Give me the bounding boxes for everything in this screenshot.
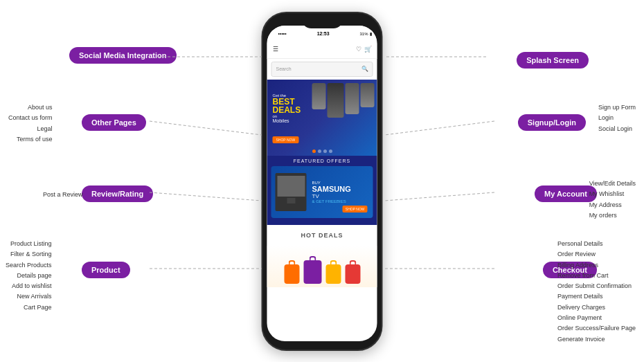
pill-social-media: Social Media Integration [69, 47, 177, 64]
bag-1 [284, 264, 299, 284]
myaccount-list: View/Edit Details My Whishlist My Addres… [589, 179, 636, 221]
checkout-personal: Personal Details [557, 239, 636, 249]
battery-indicator: 31% ▮ [359, 31, 371, 36]
pill-review-label: Review/Rating [91, 190, 143, 198]
shop-now-button[interactable]: SHOP NOW [273, 136, 299, 143]
phone-image-2 [328, 83, 344, 118]
bag-handle-3 [330, 260, 337, 264]
product-list: Product Listing Filter & Sorting Search … [6, 239, 52, 313]
pill-review-rating: Review/Rating [82, 185, 153, 202]
wishlist-icon[interactable]: ♡ [356, 46, 361, 53]
other-pages-contact: Contact us form [8, 113, 53, 123]
other-pages-terms: Terms of use [8, 134, 53, 145]
bag-2 [303, 260, 321, 284]
app-header: ☰ ♡ 🛒 [267, 41, 377, 59]
pill-signup-label: Signup/Login [528, 118, 576, 127]
phone-notch [301, 13, 343, 28]
product-new-arrivals: New Arrivals [6, 291, 52, 302]
samsung-text: BUY SAMSUNG TV & GET FREEBIES [312, 181, 351, 203]
signup-list: Sign up Form Login Social Login [598, 102, 636, 134]
pill-my-account-label: My Account [544, 190, 587, 198]
product-filter: Filter & Sorting [6, 249, 52, 260]
tv-screen [277, 176, 305, 197]
bag-handle-2 [309, 256, 316, 260]
search-placeholder-text: Search [276, 66, 361, 71]
phone-screen: ••••• 12:53 31% ▮ ☰ ♡ 🛒 Search 🔍 [267, 26, 377, 341]
banner-carousel: Get the BEST DEALS on Mobiles SHOP NOW [267, 80, 377, 156]
banner-text: Get the BEST DEALS on Mobiles [273, 93, 301, 123]
checkout-success-fail: Order Success/Failure Page [557, 323, 636, 334]
bag-handle-1 [288, 260, 295, 264]
other-pages-list: About us Contact us form Legal Terms of … [8, 102, 53, 145]
pill-signup-login: Signup/Login [518, 114, 586, 131]
hot-deals-section: HOT DEALS [267, 225, 377, 287]
dot-2[interactable] [318, 150, 321, 153]
signup-login: Login [598, 113, 636, 123]
myaccount-address: My Address [589, 200, 636, 210]
signup-social: Social Login [598, 124, 636, 134]
signup-form: Sign up Form [598, 102, 636, 113]
checkout-online-pay: Online Payment [557, 313, 636, 323]
review-list: Post a Review [43, 190, 83, 200]
dot-1[interactable] [312, 150, 316, 153]
pill-product: Product [82, 262, 130, 278]
product-wishlist: Add to wishlist [6, 281, 52, 291]
checkout-delivery: Delivery Charges [557, 302, 636, 313]
other-pages-about: About us [8, 102, 53, 113]
signal-indicator: ••••• [278, 31, 287, 36]
pill-other-pages: Other Pages [82, 114, 146, 131]
other-pages-legal: Legal [8, 124, 53, 134]
checkout-remove-cart: Remove from Cart [557, 271, 636, 281]
phone-mockup: ••••• 12:53 31% ▮ ☰ ♡ 🛒 Search 🔍 [262, 12, 383, 351]
pill-other-pages-label: Other Pages [91, 118, 136, 127]
pill-splash-screen: Splash Screen [517, 52, 589, 69]
phone-image-3 [346, 83, 359, 114]
product-listing: Product Listing [6, 239, 52, 249]
featured-section: FEATURED OFFERS BUY SAMSUNG TV & GET FRE… [267, 156, 377, 225]
pill-social-media-label: Social Media Integration [79, 51, 167, 60]
bag-3 [325, 264, 341, 284]
product-search: Search Products [6, 260, 52, 271]
dot-3[interactable] [323, 150, 327, 153]
svg-line-5 [384, 192, 494, 201]
checkout-payment: Payment Details [557, 291, 636, 302]
pill-product-label: Product [91, 266, 120, 274]
featured-banner: BUY SAMSUNG TV & GET FREEBIES SHOP NOW [271, 166, 373, 218]
featured-shop-button[interactable]: SHOP NOW [343, 206, 368, 212]
header-actions: ♡ 🛒 [356, 46, 372, 53]
carousel-dots [312, 150, 332, 153]
cart-icon[interactable]: 🛒 [364, 46, 372, 53]
phone-image-1 [312, 83, 326, 109]
hamburger-icon[interactable]: ☰ [273, 46, 278, 53]
myaccount-wishlist: My Whishlist [589, 189, 636, 199]
checkout-order-review: Order Review [557, 249, 636, 260]
svg-line-4 [150, 192, 262, 201]
samsung-tv-image [276, 173, 307, 211]
myaccount-orders: My orders [589, 210, 636, 221]
search-bar[interactable]: Search 🔍 [271, 62, 373, 77]
myaccount-view: View/Edit Details [589, 179, 636, 189]
banner-phones-image [312, 83, 375, 118]
phone-frame: ••••• 12:53 31% ▮ ☰ ♡ 🛒 Search 🔍 [262, 12, 383, 351]
bag-handle-4 [349, 260, 356, 264]
phone-image-4 [361, 83, 375, 107]
checkout-list: Personal Details Order Review Billing Ad… [557, 239, 636, 345]
shopping-bags [284, 260, 360, 284]
checkout-invoice: Generate Invoice [557, 334, 636, 345]
svg-line-3 [384, 121, 494, 135]
review-post: Post a Review [43, 190, 83, 200]
checkout-billing: Billing Address [557, 260, 636, 271]
hot-deals-title: HOT DEALS [301, 232, 343, 239]
product-cart: Cart Page [6, 302, 52, 313]
featured-title: FEATURED OFFERS [267, 159, 377, 163]
bag-4 [345, 264, 360, 284]
pill-splash-label: Splash Screen [526, 56, 579, 64]
time-display: 12:53 [317, 31, 330, 36]
pill-my-account: My Account [535, 185, 597, 202]
search-icon: 🔍 [361, 66, 368, 72]
svg-line-2 [150, 121, 262, 135]
dot-4[interactable] [329, 150, 332, 153]
tv-stand [287, 198, 295, 203]
checkout-confirm: Order Submit Confirmation [557, 281, 636, 291]
product-details: Details page [6, 271, 52, 281]
